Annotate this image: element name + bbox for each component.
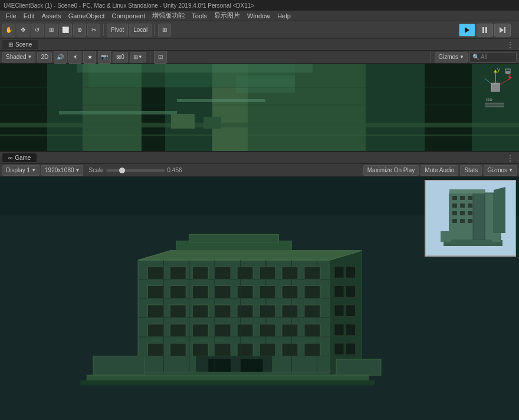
svg-rect-80 (304, 343, 320, 356)
play-button[interactable] (459, 24, 475, 37)
menu-bar: File Edit Assets GameObject Component 增强… (0, 11, 519, 21)
svg-rect-56 (304, 286, 320, 298)
svg-rect-101 (80, 380, 375, 386)
game-tab-label: Game (15, 155, 31, 161)
scene-panel-menu[interactable]: ⋮ (504, 40, 517, 50)
audio-icon[interactable]: 🔊 (54, 51, 67, 64)
menu-enhanced[interactable]: 增强版功能 (149, 11, 188, 20)
svg-text:y: y (497, 67, 500, 73)
scale-slider[interactable] (106, 169, 165, 172)
rect-tool[interactable]: ⬜ (59, 24, 72, 37)
step-button[interactable] (494, 24, 511, 37)
svg-rect-64 (304, 305, 320, 318)
svg-rect-128 (468, 219, 472, 223)
svg-rect-69 (237, 324, 253, 337)
scene-lighting-icon[interactable]: ☀ (68, 51, 81, 64)
svg-text:Iso: Iso (486, 97, 492, 102)
scene-fx-icon[interactable]: ★ (83, 51, 96, 64)
svg-rect-18 (236, 76, 295, 93)
local-button[interactable]: Local (129, 24, 152, 37)
scene-toolbar: Shaded ▼ 2D 🔊 ☀ ★ 📷 ⊠ 0 ⊞ ▼ ⊡ (0, 51, 519, 64)
svg-rect-124 (460, 211, 465, 215)
svg-rect-27 (491, 83, 500, 91)
svg-rect-86 (334, 305, 344, 317)
more-arrow: ▼ (138, 54, 143, 60)
scene-maximize-icon[interactable]: ⊡ (154, 51, 167, 64)
game-tab[interactable]: ∞ Game (2, 153, 37, 162)
svg-rect-87 (346, 305, 355, 317)
scene-gizmo: y x Iso (478, 67, 513, 102)
scene-tab-bar: ⊞ Scene ⋮ (0, 39, 519, 51)
transform-tool[interactable]: ⊕ (73, 24, 86, 37)
svg-rect-96 (336, 359, 381, 375)
svg-rect-67 (192, 324, 208, 337)
game-viewport[interactable] (0, 177, 519, 420)
svg-rect-88 (334, 324, 344, 336)
svg-rect-98 (208, 359, 231, 372)
hand-tool[interactable]: ✋ (2, 24, 15, 37)
menu-gameobject[interactable]: GameObject (65, 12, 109, 19)
resolution-dropdown[interactable]: 1920x1080 ▼ (41, 165, 83, 176)
svg-rect-50 (170, 286, 186, 298)
pivot-button[interactable]: Pivot (107, 24, 128, 37)
game-panel-menu[interactable]: ⋮ (504, 153, 517, 163)
svg-rect-9 (425, 64, 472, 151)
scene-gizmos-btn[interactable]: Gizmos ▼ (435, 52, 468, 63)
scene-zero-btn[interactable]: ⊠ 0 (113, 52, 128, 63)
svg-rect-77 (237, 343, 253, 356)
menu-showpic[interactable]: 显示图片 (211, 11, 244, 20)
svg-rect-68 (215, 324, 231, 337)
shaded-dropdown[interactable]: Shaded ▼ (2, 52, 35, 63)
scene-panel: ⊞ Scene ⋮ Shaded ▼ 2D 🔊 ☀ ★ 📷 ⊠ 0 ⊞ (0, 39, 519, 152)
display-dropdown[interactable]: Display 1 ▼ (2, 165, 40, 176)
game-toolbar: Display 1 ▼ 1920x1080 ▼ Scale 0.456 Maxi… (0, 164, 519, 177)
menu-help[interactable]: Help (274, 12, 294, 19)
search-icon: 🔍 (472, 54, 479, 60)
svg-rect-91 (346, 343, 355, 355)
menu-assets[interactable]: Assets (38, 12, 65, 19)
mute-audio-button[interactable]: Mute Audio (421, 165, 458, 176)
svg-rect-89 (346, 324, 355, 336)
maximize-on-play-button[interactable]: Maximize On Play (363, 165, 419, 176)
svg-rect-120 (452, 204, 457, 208)
svg-rect-58 (170, 305, 186, 318)
game-gizmos-btn[interactable]: Gizmos ▼ (484, 165, 517, 176)
custom-tool[interactable]: ✂ (87, 24, 100, 37)
menu-file[interactable]: File (2, 12, 20, 19)
scene-camera-icon[interactable]: 📷 (98, 51, 111, 64)
svg-rect-131 (441, 231, 451, 242)
menu-tools[interactable]: Tools (188, 12, 211, 19)
svg-rect-43 (192, 267, 208, 280)
move-tool[interactable]: ✥ (17, 24, 29, 37)
scene-more-btn[interactable]: ⊞ ▼ (130, 52, 146, 63)
svg-rect-94 (189, 235, 279, 242)
svg-rect-61 (237, 305, 253, 318)
play-icon (465, 27, 469, 33)
game-tab-icon: ∞ (8, 155, 12, 161)
menu-window[interactable]: Window (244, 12, 274, 19)
game-tab-bar: ∞ Game ⋮ (0, 152, 519, 164)
2d-button[interactable]: 2D (37, 52, 52, 63)
svg-rect-117 (452, 196, 457, 200)
menu-component[interactable]: Component (108, 12, 149, 19)
menu-edit[interactable]: Edit (20, 12, 38, 19)
svg-rect-54 (260, 286, 275, 298)
extra-tool[interactable]: ⊞ (158, 24, 171, 37)
scene-grid-icon: ⊞ (133, 54, 138, 60)
scene-sep2 (431, 51, 431, 63)
svg-rect-13 (177, 99, 265, 102)
svg-rect-72 (304, 324, 320, 337)
svg-rect-75 (192, 343, 208, 356)
svg-rect-41 (147, 267, 163, 280)
stats-button[interactable]: Stats (460, 165, 482, 176)
scene-tab[interactable]: ⊞ Scene (2, 40, 38, 49)
svg-rect-44 (215, 267, 231, 280)
svg-rect-14 (0, 134, 519, 136)
play-controls (459, 24, 511, 37)
scene-tab-icon: ⊞ (8, 41, 13, 48)
pause-button[interactable] (477, 24, 493, 37)
scale-tool[interactable]: ⊞ (45, 24, 58, 37)
rotate-tool[interactable]: ↺ (31, 24, 44, 37)
svg-rect-46 (260, 267, 275, 280)
scene-viewport[interactable]: y x Iso (0, 64, 519, 151)
